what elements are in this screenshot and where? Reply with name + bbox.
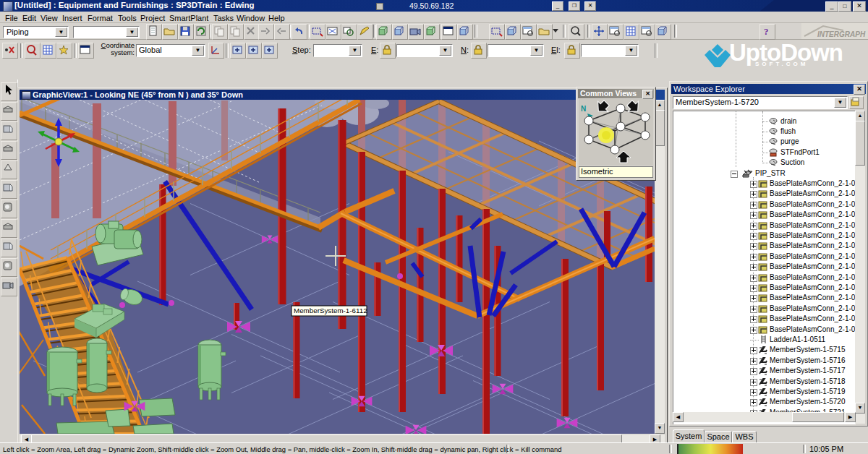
svg-text:MemberSystem-1-6112: MemberSystem-1-6112	[294, 307, 367, 314]
svg-text:?: ?	[764, 26, 769, 37]
svg-text:N: N	[581, 105, 586, 113]
